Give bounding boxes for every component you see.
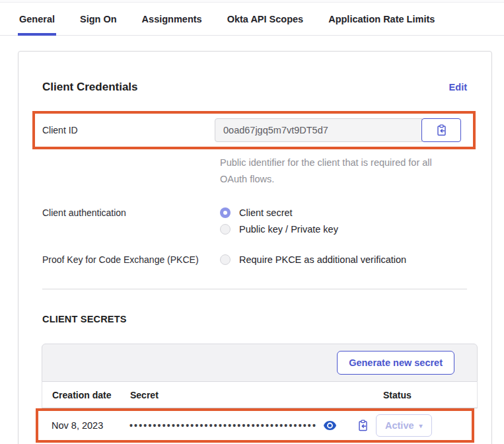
- tab-sign-on[interactable]: Sign On: [79, 3, 118, 36]
- checkbox-unchecked-icon[interactable]: [220, 254, 231, 265]
- client-id-copy-button[interactable]: [421, 118, 461, 142]
- general-settings-card: Client Credentials Edit Client ID Public…: [18, 51, 492, 444]
- eye-icon: [324, 421, 336, 430]
- chevron-down-icon: ▾: [419, 422, 423, 429]
- client-id-highlight-box: Client ID: [32, 111, 476, 149]
- client-secrets-table: Generate new secret Creation date Secret…: [42, 344, 478, 443]
- table-toolbar: Generate new secret: [42, 344, 478, 382]
- pkce-option[interactable]: Require PKCE as additional verification: [220, 254, 406, 265]
- clipboard-copy-icon: [357, 420, 369, 431]
- pkce-row: Proof Key for Code Exchange (PKCE) Requi…: [42, 254, 467, 265]
- client-credentials-title: Client Credentials: [42, 81, 138, 94]
- pkce-option-label: Require PKCE as additional verification: [239, 254, 406, 265]
- client-authentication-row: Client authentication Client secret Publ…: [42, 207, 467, 235]
- secret-creation-date: Nov 8, 2023: [52, 420, 129, 431]
- column-header-secret: Secret: [130, 390, 381, 400]
- status-label: Active: [385, 420, 414, 431]
- section-divider: [42, 289, 467, 289]
- client-id-label: Client ID: [40, 125, 215, 135]
- table-row: Nov 8, 2023 ••••••••••••••••••••••••••••…: [38, 411, 472, 440]
- copy-secret-button[interactable]: [357, 420, 369, 431]
- client-id-help-text: Public identifier for the client that is…: [220, 155, 442, 188]
- client-id-input[interactable]: [215, 118, 422, 142]
- client-authentication-options: Client secret Public key / Private key: [220, 207, 338, 235]
- option-client-secret-label: Client secret: [239, 207, 293, 218]
- column-header-creation-date: Creation date: [52, 390, 130, 400]
- tab-general[interactable]: General: [18, 3, 56, 36]
- tab-okta-api-scopes[interactable]: Okta API Scopes: [226, 3, 305, 36]
- radio-unselected-icon[interactable]: [220, 224, 231, 235]
- edit-link[interactable]: Edit: [449, 82, 467, 92]
- app-tab-bar: General Sign On Assignments Okta API Sco…: [0, 3, 504, 36]
- client-authentication-label: Client authentication: [42, 207, 220, 235]
- secret-status-cell: Active ▾: [376, 414, 462, 437]
- masked-secret-value: ••••••••••••••••••••••••••••••••••••••••: [129, 421, 317, 430]
- status-dropdown-button[interactable]: Active ▾: [376, 414, 432, 437]
- radio-selected-icon[interactable]: [220, 207, 231, 218]
- client-id-field-group: [215, 118, 461, 142]
- generate-new-secret-button[interactable]: Generate new secret: [337, 351, 454, 375]
- option-client-secret[interactable]: Client secret: [220, 207, 338, 218]
- reveal-secret-button[interactable]: [324, 421, 336, 430]
- option-public-private-key[interactable]: Public key / Private key: [220, 224, 338, 235]
- column-header-status: Status: [381, 390, 467, 400]
- option-public-private-key-label: Public key / Private key: [239, 224, 338, 235]
- pkce-label: Proof Key for Code Exchange (PKCE): [42, 254, 220, 265]
- secret-row-highlight-box: Nov 8, 2023 ••••••••••••••••••••••••••••…: [36, 408, 474, 443]
- client-credentials-header: Client Credentials Edit: [42, 81, 467, 94]
- tab-assignments[interactable]: Assignments: [141, 3, 203, 36]
- tab-application-rate-limits[interactable]: Application Rate Limits: [327, 3, 436, 36]
- clipboard-copy-icon: [436, 124, 447, 136]
- client-secrets-title: CLIENT SECRETS: [42, 314, 467, 324]
- table-header-row: Creation date Secret Status: [42, 382, 478, 408]
- secret-cell: ••••••••••••••••••••••••••••••••••••••••: [129, 420, 376, 431]
